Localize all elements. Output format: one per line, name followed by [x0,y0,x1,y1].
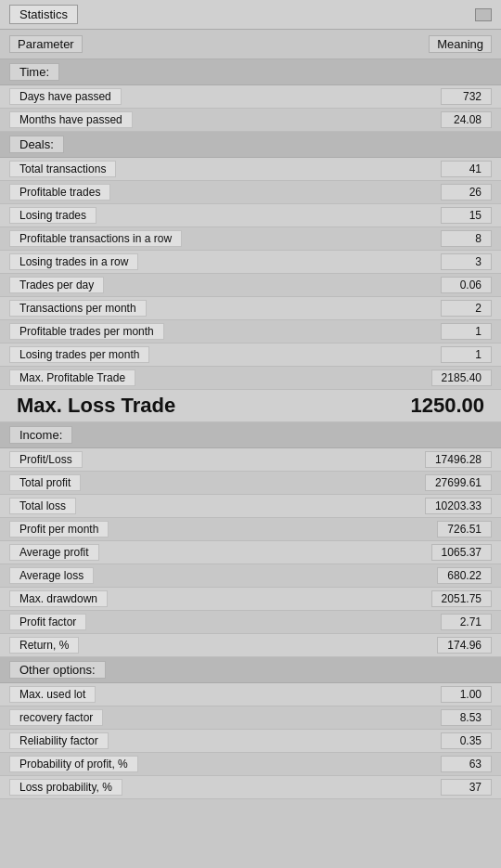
param-label: Probability of profit, % [9,756,138,772]
statistics-table: Parameter Meaning Time: Days have passed… [0,30,501,799]
value-box: 27699.61 [425,474,492,491]
table-row: Trades per day 0.06 [0,274,501,297]
table-row: Probability of profit, % 63 [0,753,501,776]
table-row: recovery factor 8.53 [0,706,501,730]
section-label: Time: [9,63,59,81]
section-header: Income: [0,422,501,448]
table-row: Days have passed 732 [0,85,501,109]
param-label: Losing trades in a row [9,253,138,270]
value-box: 2185.40 [431,369,492,386]
table-row: Total profit 27699.61 [0,472,501,495]
table-row: Return, % 174.96 [0,634,501,657]
table-row: Loss probability, % 37 [0,776,501,799]
param-label: Profitable trades per month [9,323,164,340]
table-row: Profitable trades 26 [0,181,501,204]
table-row: Average loss 680.22 [0,564,501,588]
table-row: Profitable transactions in a row 8 [0,227,501,251]
value-large: 1250.00 [403,393,492,419]
table-row: Reliability factor 0.35 [0,730,501,753]
param-label-large: Max. Loss Trade [9,393,183,419]
table-row: Profitable trades per month 1 [0,320,501,343]
table-row: Average profit 1065.37 [0,541,501,564]
param-label: Trades per day [9,277,104,293]
param-label: Reliability factor [9,732,109,749]
table-row: Losing trades in a row 3 [0,251,501,274]
table-row: Max. Loss Trade 1250.00 [0,390,501,422]
param-label: Loss probability, % [9,779,122,796]
section-header: Other options: [0,657,501,683]
table-header: Parameter Meaning [0,30,501,59]
param-label: Average loss [9,567,94,584]
value-box: 3 [441,253,492,270]
value-box: 17496.28 [425,451,492,468]
value-box: 15 [441,207,492,224]
param-label: Total transactions [9,161,116,177]
value-box: 2 [441,300,492,317]
param-label: Profit/Loss [9,451,83,468]
value-box: 732 [441,88,492,105]
table-row: Max. Profitable Trade 2185.40 [0,367,501,390]
param-label: Total profit [9,474,81,491]
parameter-header: Parameter [9,35,83,53]
param-label: Profit per month [9,521,109,538]
param-label: Average profit [9,544,99,561]
value-box: 41 [441,161,492,177]
param-label: Max. used lot [9,686,96,703]
table-row: Total loss 10203.33 [0,495,501,518]
title-text: Statistics [9,5,78,24]
table-row: Total transactions 41 [0,158,501,181]
value-box: 63 [441,756,492,772]
table-row: Losing trades 15 [0,204,501,227]
value-box: 37 [441,779,492,796]
param-label: Months have passed [9,111,133,128]
title-bar: Statistics [0,0,501,30]
table-row: Profit per month 726.51 [0,518,501,541]
value-box: 1065.37 [431,544,492,561]
section-header: Time: [0,59,501,85]
param-label: Profit factor [9,614,86,630]
value-box: 2051.75 [431,590,492,607]
table-row: Profit/Loss 17496.28 [0,448,501,472]
param-label: Losing trades [9,207,96,224]
table-row: Max. used lot 1.00 [0,683,501,706]
param-label: Return, % [9,637,79,654]
value-box: 10203.33 [425,498,492,514]
value-box: 680.22 [437,567,492,584]
value-box: 0.35 [441,732,492,749]
value-box: 1.00 [441,686,492,703]
section-label: Other options: [9,661,106,679]
section-header: Deals: [0,132,501,158]
table-row: Max. drawdown 2051.75 [0,588,501,611]
table-row: Months have passed 24.08 [0,109,501,132]
value-box: 1 [441,323,492,340]
value-box: 26 [441,184,492,201]
table-row: Profit factor 2.71 [0,611,501,634]
value-box: 2.71 [441,614,492,630]
param-label: Transactions per month [9,300,147,317]
window-control[interactable] [475,8,492,21]
section-label: Deals: [9,136,64,153]
param-label: recovery factor [9,709,103,726]
param-label: Profitable trades [9,184,110,201]
param-label: Days have passed [9,88,122,105]
value-box: 24.08 [441,111,492,128]
value-box: 726.51 [437,521,492,538]
table-row: Losing trades per month 1 [0,343,501,367]
section-label: Income: [9,426,72,444]
value-box: 1 [441,346,492,363]
value-box: 174.96 [437,637,492,654]
param-label: Max. drawdown [9,590,108,607]
value-box: 8.53 [441,709,492,726]
value-box: 0.06 [441,277,492,293]
meaning-header: Meaning [429,35,492,53]
param-label: Profitable transactions in a row [9,230,182,247]
param-label: Total loss [9,498,76,514]
param-label: Max. Profitable Trade [9,369,135,386]
table-row: Transactions per month 2 [0,297,501,320]
param-label: Losing trades per month [9,346,149,363]
value-box: 8 [441,230,492,247]
